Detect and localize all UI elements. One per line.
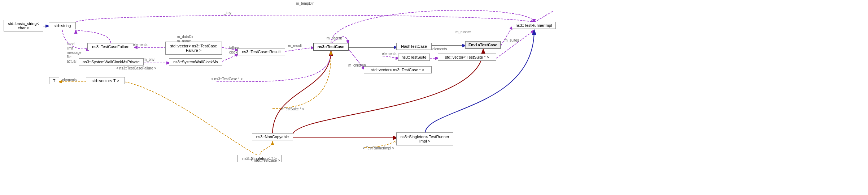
node-label: std::vector< TestSuite * > <box>445 55 489 59</box>
node-std-basic-string: std::basic_string<char > <box>4 20 43 31</box>
label-elements-4: elements <box>432 47 447 51</box>
node-test-case-failure: ns3::TestCaseFailure <box>87 43 134 50</box>
node-label: Fnv1aTestCase <box>468 43 497 47</box>
diagram-container: std::basic_string<char > std::string ns3… <box>0 0 868 195</box>
node-vector-T: std::vector< T > <box>86 77 125 84</box>
node-hash-testcase: HashTestCase <box>396 43 432 50</box>
node-testcase: ns3::TestCase <box>313 43 349 51</box>
label-m-tempdir: m_tempDir <box>296 1 314 5</box>
label-elements-2: elements <box>62 78 77 82</box>
label-m-datadir: m_dataDir <box>177 35 193 39</box>
node-label: ns3::TestCase::Result <box>242 50 281 54</box>
node-label: ns3::NonCopyable <box>256 135 289 139</box>
node-label: std::vector< ns3::TestCase * > <box>371 68 424 72</box>
node-label: ns3::Singleton< TestRunnerImpl > <box>400 135 449 143</box>
label-testcase-tmpl: < ns3::TestCase > <box>251 158 280 162</box>
label-testcase-failure-tmpl: < ns3::TestCaseFailure > <box>116 66 156 70</box>
node-label: std::vector< ns3::TestCaseFailure > <box>170 44 217 52</box>
label-file: file <box>67 55 71 59</box>
label-limit: limit <box>67 46 73 50</box>
label-m-name: m_name <box>177 39 191 43</box>
node-label: std::string <box>54 24 71 28</box>
label-m-result: m_result <box>288 44 302 48</box>
node-vector-testsuite: std::vector< TestSuite * > <box>438 54 496 61</box>
node-label: ns3::TestSuite <box>401 55 426 59</box>
node-singleton-testrunner: ns3::Singleton< TestRunnerImpl > <box>396 132 453 145</box>
label-m-parent: m_parent <box>327 36 342 40</box>
svg-line-2 <box>285 47 314 51</box>
label-failure: failure <box>229 46 239 50</box>
node-label: T <box>53 79 56 83</box>
node-testcase-result: ns3::TestCase::Result <box>237 48 285 55</box>
label-m-children: m_children <box>348 63 366 67</box>
node-label: HashTestCase <box>401 44 427 48</box>
label-elements-1: elements <box>133 43 148 47</box>
node-vector-testcase-failure: std::vector< ns3::TestCaseFailure > <box>165 42 222 55</box>
node-non-copyable: ns3::NonCopyable <box>252 133 293 140</box>
node-test-suite: ns3::TestSuite <box>398 54 430 61</box>
label-cond: cond <box>67 42 75 46</box>
label-testsuite-ptr-tmpl: < TestSuite * > <box>281 107 304 111</box>
node-std-string: std::string <box>49 22 76 29</box>
node-label: std::vector< T > <box>92 79 119 83</box>
node-label: std::basic_string<char > <box>8 21 39 30</box>
node-testrunner-impl: ns3::TestRunnerImpl <box>512 22 556 29</box>
node-wall-clock-private: ns3::SystemWallClockMsPrivate <box>79 58 144 65</box>
label-elements-3: elements <box>382 52 397 56</box>
node-label: ns3::TestCase <box>318 44 344 49</box>
node-fnv1a-testcase: Fnv1aTestCase <box>465 41 501 49</box>
label-m-runner: m_runner <box>455 30 471 34</box>
label-key: _key <box>224 11 231 15</box>
svg-line-13 <box>222 54 238 62</box>
label-testrunnerimpl-tmpl: < TestRunnerImpl > <box>363 146 394 150</box>
diagram-svg <box>0 0 868 195</box>
label-m-suites: m_suites <box>505 38 519 42</box>
node-T: T <box>49 77 59 84</box>
node-label: ns3::TestRunnerImpl <box>516 23 552 27</box>
label-actual: actual <box>67 59 77 63</box>
node-label: ns3::SystemWallClockMsPrivate <box>83 60 140 64</box>
label-clock: clock <box>229 50 237 54</box>
label-m-priv: m_priv <box>144 58 154 62</box>
svg-line-11 <box>501 26 512 46</box>
label-message: message <box>67 51 82 55</box>
node-label: ns3::SystemWallClockMs <box>173 60 218 64</box>
node-vector-testcase-ptr: std::vector< ns3::TestCase * > <box>364 66 432 73</box>
node-wall-clock-ms: ns3::SystemWallClockMs <box>169 58 222 65</box>
label-testcase-ptr-tmpl: < ns3::TestCase * > <box>211 77 243 81</box>
node-label: ns3::TestCaseFailure <box>92 44 129 49</box>
